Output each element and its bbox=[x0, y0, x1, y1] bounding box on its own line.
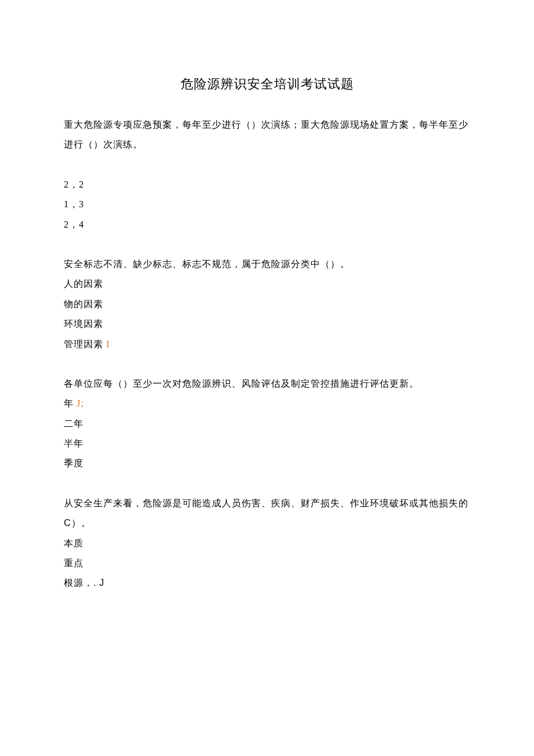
question-1-option-c: 2，4 bbox=[64, 215, 470, 235]
question-3-option-c: 半年 bbox=[64, 434, 470, 453]
question-4-option-b: 重点 bbox=[64, 553, 470, 573]
question-2-option-c: 环境因素 bbox=[64, 314, 470, 334]
question-3-option-d: 季度 bbox=[64, 453, 470, 473]
question-4-option-a: 本质 bbox=[64, 534, 470, 553]
question-2-option-b: 物的因素 bbox=[64, 294, 470, 314]
letter-c: C bbox=[64, 518, 71, 528]
document-body: 重大危险源专项应急预案，每年至少进行（）次演练；重大危险源现场处置方案，每半年至… bbox=[64, 115, 470, 593]
question-4-stem: 从安全生产来看，危险源是可能造成人员伤害、疾病、财产损失、作业环境破坏或其他损失… bbox=[64, 494, 470, 534]
answer-mark-icon: I bbox=[106, 339, 110, 349]
page-title: 危险源辨识安全培训考试试题 bbox=[64, 75, 470, 93]
question-1-stem: 重大危险源专项应急预案，每年至少进行（）次演练；重大危险源现场处置方案，每半年至… bbox=[64, 115, 470, 155]
question-3-options: 年 J; 二年 半年 季度 bbox=[64, 394, 470, 474]
question-4-options: 本质 重点 根源，. J bbox=[64, 534, 470, 593]
question-2-stem: 安全标志不清、缺少标志、标志不规范，属于危险源分类中（）。 bbox=[64, 254, 470, 274]
answer-mark-icon: J; bbox=[77, 398, 84, 408]
question-3-option-a: 年 J; bbox=[64, 394, 470, 413]
question-3-option-b: 二年 bbox=[64, 414, 470, 434]
question-1-options: 2，2 1，3 2，4 bbox=[64, 175, 470, 235]
question-2-option-a: 人的因素 bbox=[64, 274, 470, 294]
question-1-option-b: 1，3 bbox=[64, 195, 470, 214]
question-4-option-c: 根源，. J bbox=[64, 573, 470, 593]
question-3-stem: 各单位应每（）至少一次对危险源辨识、风险评估及制定管控措施进行评估更新。 bbox=[64, 374, 470, 394]
question-2-option-d: 管理因素 I bbox=[64, 334, 470, 354]
answer-mark-icon: J bbox=[99, 578, 104, 588]
question-1-option-a: 2，2 bbox=[64, 175, 470, 195]
question-2-options: 人的因素 物的因素 环境因素 管理因素 I bbox=[64, 274, 470, 354]
